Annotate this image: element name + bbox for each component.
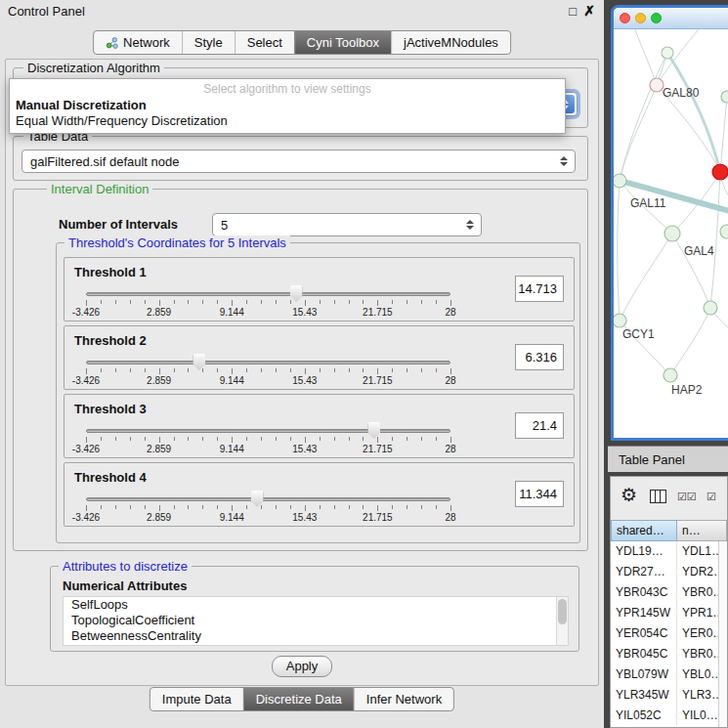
- tick-mark: [188, 437, 189, 441]
- scrollbar-thumb[interactable]: [558, 599, 567, 624]
- close-traffic-light[interactable]: [620, 13, 630, 23]
- minimize-traffic-light[interactable]: [635, 13, 646, 23]
- table-row[interactable]: YDL19…YDL1…: [611, 541, 718, 562]
- threshold-slider[interactable]: -3.4262.8599.14415.4321.71528: [86, 491, 450, 524]
- tab-style[interactable]: Style: [182, 31, 235, 54]
- numerical-attributes-list[interactable]: SelfLoopsTopologicalCoefficientBetweenne…: [63, 596, 569, 646]
- tick-mark: [334, 505, 335, 509]
- threshold-value-field[interactable]: 11.344: [515, 481, 564, 507]
- slider-track[interactable]: [86, 361, 450, 364]
- network-window-titlebar[interactable]: [614, 8, 728, 29]
- checkbox-icons[interactable]: ☑☑: [677, 491, 697, 503]
- list-item[interactable]: BetweennessCentrality: [64, 628, 568, 644]
- threshold-slider[interactable]: -3.4262.8599.14415.4321.71528: [86, 422, 450, 455]
- tick-mark: [450, 437, 451, 443]
- slider-track[interactable]: [86, 429, 450, 433]
- table-cell[interactable]: YPR145W: [611, 603, 677, 623]
- network-node-gal4[interactable]: [664, 226, 680, 241]
- table-cell[interactable]: YBR0…: [677, 582, 718, 603]
- tab-discretize-data[interactable]: Discretize Data: [243, 688, 354, 710]
- slider-track[interactable]: [86, 497, 450, 501]
- table-cell[interactable]: YPR1…: [677, 603, 718, 623]
- columns-icon[interactable]: [650, 490, 666, 503]
- table-cell[interactable]: YLR345W: [611, 685, 677, 706]
- table-data-select[interactable]: galFiltered.sif default node: [21, 150, 576, 173]
- table-cell[interactable]: YDR2…: [677, 562, 718, 582]
- list-scrollbar[interactable]: [556, 597, 568, 645]
- table-scrollbar[interactable]: [718, 541, 727, 727]
- threshold-value-field[interactable]: 6.316: [515, 344, 564, 370]
- tab-select[interactable]: Select: [235, 31, 294, 54]
- table-row[interactable]: YIL052CYIL0…: [611, 706, 718, 726]
- table-cell[interactable]: YER054C: [611, 623, 677, 644]
- network-node-gcy1[interactable]: [614, 314, 626, 327]
- tab-cyni-toolbox[interactable]: Cyni Toolbox: [294, 31, 391, 54]
- tick-mark: [174, 437, 175, 441]
- float-window-icon[interactable]: □: [569, 4, 577, 19]
- threshold-slider[interactable]: -3.4262.8599.14415.4321.71528: [86, 354, 450, 387]
- threshold-value-field[interactable]: 21.4: [515, 412, 564, 439]
- table-row[interactable]: YPR145WYPR1…: [611, 603, 718, 623]
- table-cell[interactable]: YBL079W: [611, 664, 677, 685]
- stepper-icon[interactable]: [560, 156, 568, 166]
- tick-mark: [217, 300, 218, 304]
- dropdown-option-manual-discretization[interactable]: Manual Discretization: [16, 98, 565, 113]
- selected-node[interactable]: [712, 164, 728, 180]
- table-cell[interactable]: YIL052C: [611, 706, 677, 726]
- table-row[interactable]: YBR043CYBR0…: [611, 582, 718, 603]
- column-header-shared-name[interactable]: shared…: [611, 520, 677, 541]
- network-node[interactable]: [720, 225, 728, 238]
- table-panel: ⚙ ☑☑ ☑ shared… n… YDL19…YDL1…YDR27…YDR2……: [610, 476, 728, 728]
- tick-mark: [115, 505, 116, 509]
- table-row[interactable]: YER054CYER0…: [611, 623, 718, 644]
- tick-mark: [145, 300, 146, 304]
- table-cell[interactable]: YDL1…: [677, 541, 718, 562]
- tick-mark: [377, 437, 378, 443]
- table-cell[interactable]: YBR045C: [611, 644, 677, 664]
- zoom-traffic-light[interactable]: [651, 13, 662, 23]
- table-cell[interactable]: YBR0…: [677, 644, 718, 664]
- table-row[interactable]: YBR045CYBR0…: [611, 644, 718, 664]
- network-node-gal80[interactable]: [650, 78, 664, 92]
- column-header-name[interactable]: n…: [677, 520, 727, 541]
- number-of-intervals-select[interactable]: 5: [212, 213, 482, 236]
- table-cell[interactable]: YER0…: [677, 623, 718, 644]
- threshold-value-field[interactable]: 14.713: [515, 276, 564, 302]
- threshold-label: Threshold 1: [74, 265, 147, 279]
- list-item[interactable]: SelfLoops: [64, 597, 568, 613]
- table-row[interactable]: YBL079WYBL0…: [611, 664, 718, 685]
- tick-mark: [421, 300, 422, 304]
- close-icon[interactable]: ✗: [583, 3, 595, 19]
- tick-mark: [290, 437, 291, 441]
- network-node[interactable]: [704, 301, 717, 315]
- slider-track[interactable]: [86, 292, 450, 296]
- tab-jactivemnodules[interactable]: jActiveMNodules: [391, 31, 510, 54]
- tab-label: Discretize Data: [256, 692, 342, 707]
- table-cell[interactable]: YDL19…: [611, 541, 677, 562]
- tab-label: Style: [194, 35, 223, 50]
- network-node[interactable]: [721, 91, 728, 103]
- threshold-slider[interactable]: -3.4262.8599.14415.4321.71528: [86, 285, 450, 319]
- tab-infer-network[interactable]: Infer Network: [354, 688, 453, 710]
- stepper-icon[interactable]: [466, 220, 474, 230]
- table-cell[interactable]: YBL0…: [677, 664, 718, 685]
- table-cell[interactable]: YBR043C: [611, 582, 677, 603]
- table-cell[interactable]: YLR3…: [677, 685, 718, 706]
- table-body: YDL19…YDL1…YDR27…YDR2…YBR043CYBR0…YPR145…: [611, 541, 718, 727]
- tab-network[interactable]: Network: [94, 31, 182, 54]
- table-row[interactable]: YDR27…YDR2…: [611, 562, 718, 582]
- tab-impute-data[interactable]: Impute Data: [150, 688, 243, 710]
- apply-button[interactable]: Apply: [272, 656, 332, 677]
- network-canvas[interactable]: GAL80 GAL11 GAL4 GCY1 HAP2: [614, 29, 728, 438]
- checkbox-icon[interactable]: ☑: [707, 491, 716, 503]
- gear-icon[interactable]: ⚙: [621, 486, 637, 504]
- network-node[interactable]: [662, 47, 673, 59]
- network-node-hap2[interactable]: [664, 368, 677, 382]
- table-panel-header: Table Panel: [608, 446, 728, 472]
- table-row[interactable]: YLR345WYLR3…: [611, 685, 718, 706]
- table-cell[interactable]: YDR27…: [611, 562, 677, 582]
- list-item[interactable]: TopologicalCoefficient: [64, 613, 568, 628]
- table-cell[interactable]: YIL0…: [677, 706, 718, 726]
- dropdown-option-equal-width-frequency[interactable]: Equal Width/Frequency Discretization: [16, 113, 565, 129]
- network-node-gal11[interactable]: [614, 174, 626, 188]
